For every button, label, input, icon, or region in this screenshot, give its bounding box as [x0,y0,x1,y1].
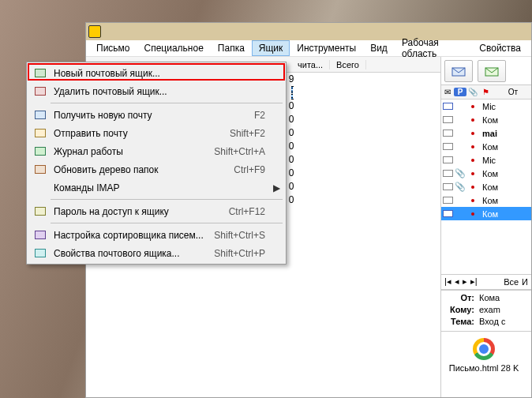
menu-item-shortcut: Ctrl+F12 [229,206,273,217]
nav-prev-icon[interactable]: ◂ [455,276,459,287]
mi-del-icon [35,87,46,96]
message-row[interactable]: Ком [441,207,531,220]
menu-item-shortcut: F2 [254,110,273,121]
menu-item-пароль-на-доступ-к-ящику[interactable]: Пароль на доступ к ящикуCtrl+F12 [28,202,284,220]
mi-snd-icon [35,129,46,137]
col-from[interactable]: От [492,88,531,96]
menu-item-shortcut: Shift+Ctrl+A [214,146,273,157]
envelope-open-icon [443,183,453,190]
chrome-icon [473,338,495,360]
menu-item-свойства-почтового-ящика-[interactable]: Свойства почтового ящика...Shift+Ctrl+P [28,244,284,262]
menu-специальное[interactable]: Специальное [137,40,211,56]
col-attach-icon[interactable]: 📎 [466,88,479,96]
nav-next-icon[interactable]: ▸ [463,276,467,287]
menu-item-label: Настройка сортировщика писем... [49,230,214,241]
message-row[interactable]: mai [441,126,531,140]
priority-dot-icon [471,172,474,175]
message-from: Mic [479,156,496,165]
message-from: Ком [479,196,498,205]
menu-item-label: Команды IMAP [49,182,265,193]
menu-item-label: Отправить почту [49,128,230,139]
nav-all[interactable]: Все [504,277,519,287]
menu-item-shortcut: Shift+Ctrl+P [214,248,273,259]
menu-письмо[interactable]: Письмо [89,40,137,56]
menu-item-новый-почтовый-ящик---[interactable]: Новый почтовый ящик... [28,64,284,82]
message-from: Mic [479,102,496,111]
message-row[interactable]: Mic [441,153,531,167]
paperclip-icon: 📎 [454,168,466,178]
col-header-read[interactable]: чита... [291,60,330,69]
menu-папка[interactable]: Папка [211,40,252,56]
mi-ref-icon [35,165,46,174]
menu-item-label: Новый почтовый ящик... [49,68,265,79]
col-header-total[interactable]: Всего [330,60,366,69]
info-from-label: От: [446,293,474,305]
right-toolbar [441,57,531,85]
menu-item-label: Журнал работы [49,146,214,157]
envelope-closed-icon [443,210,453,217]
nav-first-icon[interactable]: |◂ [444,276,451,287]
priority-dot-icon [471,105,474,108]
menu-separator [51,199,283,200]
envelope-open-icon [443,130,453,137]
col-envelope-icon[interactable]: ✉ [441,88,454,96]
attachment-panel: Письмо.html 28 K [441,331,531,398]
message-list-header: ✉ P 📎 ⚑ От [441,85,531,100]
attachment-item[interactable]: Письмо.html 28 K [444,338,523,373]
menu-item-label: Удалить почтовый ящик... [49,86,265,97]
menu-item-получить-новую-почту[interactable]: Получить новую почтуF2 [28,106,284,124]
message-row[interactable]: Ком [441,113,531,126]
message-row[interactable]: Ком [441,140,531,153]
menubar: ПисьмоСпециальноеПапкаЯщикИнструментыВид… [86,40,531,57]
message-from: Ком [479,142,498,152]
menu-item-shortcut: Ctrl+F9 [234,164,273,175]
priority-dot-icon [471,199,474,202]
priority-dot-icon [471,132,474,135]
menu-item-журнал-работы[interactable]: Журнал работыShift+Ctrl+A [28,142,284,160]
menu-item-удалить-почтовый-ящик---[interactable]: Удалить почтовый ящик... [28,82,284,100]
menu-item-отправить-почту[interactable]: Отправить почтуShift+F2 [28,124,284,142]
menu-item-настройка-сортировщика-пи[interactable]: Настройка сортировщика писем...Shift+Ctr… [28,226,284,244]
submenu-arrow-icon: ▶ [273,182,281,193]
nav-last-icon[interactable]: ▸| [470,276,478,287]
menu-инструменты[interactable]: Инструменты [290,40,363,56]
message-row[interactable]: 📎Ком [441,167,531,180]
menu-item-команды-imap[interactable]: Команды IMAP▶ [28,178,284,197]
message-row[interactable]: 📎Ком [441,180,531,193]
menu-separator [51,223,283,223]
send-button[interactable] [478,60,506,82]
message-row[interactable]: Ком [441,193,531,207]
mi-key-icon [35,207,46,216]
priority-dot-icon [471,159,474,162]
mi-get-icon [35,111,46,119]
priority-dot-icon [471,118,474,122]
count-row[interactable]: 9 [291,86,293,100]
nav-and[interactable]: И [522,277,528,287]
message-from: Ком [479,182,498,192]
app-icon [88,25,101,38]
info-subject-value: Вход с [474,317,505,329]
paperclip-icon: 📎 [454,182,466,192]
priority-dot-icon [471,186,474,189]
menu-item-label: Свойства почтового ящика... [49,248,214,259]
menu-item-label: Обновить дерево папок [49,164,234,175]
message-row[interactable]: Mic [441,100,531,113]
mi-new-icon [35,69,46,77]
menu-вид[interactable]: Вид [363,40,395,56]
info-to-value: exam [474,305,500,317]
priority-dot-icon [471,145,474,148]
menu-item-label: Получить новую почту [49,110,254,121]
info-from-value: Кома [474,293,500,305]
menu-свойства[interactable]: Свойства [472,40,528,56]
mi-jrn-icon [35,147,46,156]
menu-item-shortcut: Shift+Ctrl+S [214,230,273,241]
menu-item-обновить-дерево-папок[interactable]: Обновить дерево папокCtrl+F9 [28,160,284,178]
info-to-label: Кому: [446,305,474,317]
menu-ящик[interactable]: Ящик [252,40,290,56]
col-flag-icon[interactable]: ⚑ [479,88,492,96]
message-from: Ком [479,169,498,178]
receive-button[interactable] [444,60,473,82]
mi-prp-icon [35,249,46,257]
menu-item-shortcut: Shift+F2 [230,128,273,139]
col-park-icon[interactable]: P [454,88,466,96]
